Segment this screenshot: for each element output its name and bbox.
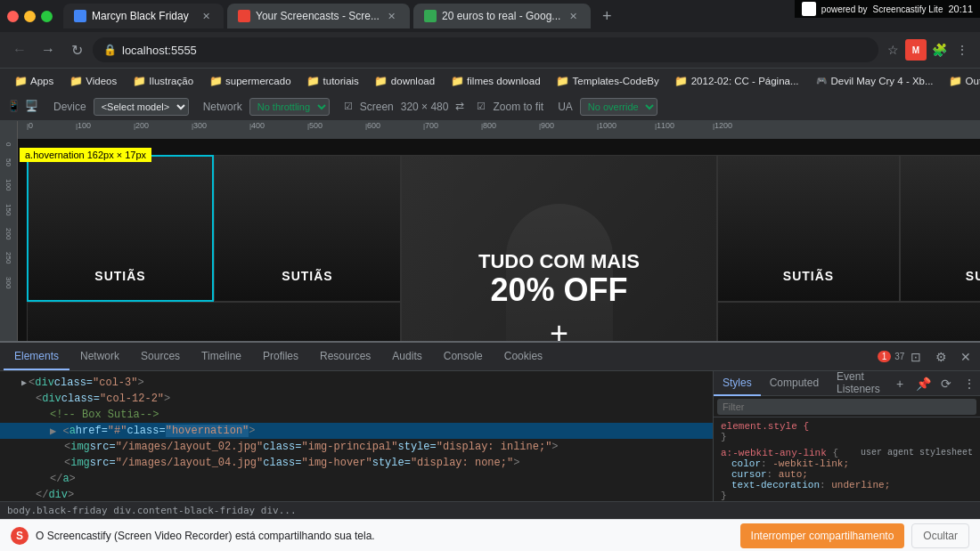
bookmark-devil[interactable]: 🎮 Devil May Cry 4 - Xb... — [808, 71, 941, 91]
browser-content: 0 100 200 300 400 500 600 700 800 900 10… — [0, 121, 980, 551]
grid-cell-lingerie-1[interactable]: LINGERIE TAMANHOS GRANDES — [27, 302, 401, 341]
refresh-style-button[interactable]: ⟳ — [935, 373, 957, 394]
rule1-source: user agent stylesheet — [861, 448, 973, 458]
ruler-v-250: 250 — [4, 252, 12, 263]
tab-console[interactable]: Console — [433, 344, 494, 370]
tab-close-screencasts[interactable]: ✕ — [385, 9, 399, 23]
grid-cell-sutias-4[interactable]: SUTIÃS — [900, 155, 980, 302]
grid-cell-sutias-3[interactable]: SUTIÃS — [717, 155, 900, 302]
url-display: localhost:5555 — [122, 44, 197, 57]
tab-network[interactable]: Network — [69, 344, 130, 370]
screen-group: ☑ Screen 320 × 480 ⇄ ☑ Zoom to fit — [344, 100, 543, 114]
ruler-vertical: 0 50 100 150 200 250 300 — [0, 139, 18, 341]
zoom-checkbox[interactable]: ☑ — [477, 101, 486, 112]
grid-cell-lingerie-2[interactable]: LINGERIE TAMANHOS GRANDES — [717, 302, 980, 341]
bookmark-apps[interactable]: 📁 Apps — [7, 71, 61, 91]
bookmark-supermercado[interactable]: 📁 supermercado — [202, 71, 298, 91]
close-devtools-button[interactable]: ✕ — [955, 346, 976, 368]
code-line-0[interactable]: ▶ <div class="col-3" > — [0, 375, 713, 391]
tab-resources[interactable]: Resources — [309, 344, 381, 370]
cell-label-1: SUTIÃS — [94, 269, 145, 283]
bookmark-tutoriais[interactable]: 📁 tutoriais — [300, 71, 366, 91]
device-select[interactable]: <Select model> — [94, 98, 189, 116]
code-line-6[interactable]: </a> — [0, 471, 713, 487]
tab-audits[interactable]: Audits — [381, 344, 432, 370]
code-line-1[interactable]: <div class="col-12-2" > — [0, 391, 713, 407]
network-select[interactable]: No throttling — [249, 98, 330, 116]
cell-bg-7: LINGERIE TAMANHOS GRANDES — [718, 303, 980, 341]
code-tree[interactable]: ▶ <div class="col-3" > <div class="col-1… — [0, 371, 713, 501]
code-line-2[interactable]: <!-- Box Sutia--> — [0, 407, 713, 423]
tab-sources[interactable]: Sources — [130, 344, 191, 370]
bookmarks-bar: 📁 Apps 📁 Videos 📁 Ilustração 📁 supermerc… — [0, 68, 980, 93]
tab-screencasts[interactable]: Your Screencasts - Scre... ✕ — [227, 4, 410, 28]
grid-cell-sutias-2[interactable]: SUTIÃS — [214, 155, 401, 302]
stop-sharing-button[interactable]: Interromper compartilhamento — [740, 523, 905, 548]
grid-cell-sutias-1[interactable]: SUTIÃS — [27, 155, 214, 302]
back-button[interactable]: ← — [7, 37, 32, 62]
cell-label-5: SUTIÃS — [966, 269, 980, 283]
tab-cookies[interactable]: Cookies — [494, 344, 553, 370]
address-bar[interactable]: 🔒 localhost:5555 — [93, 37, 878, 62]
ua-select[interactable]: No override — [580, 98, 657, 116]
tab-profiles[interactable]: Profiles — [252, 344, 309, 370]
extensions-icon[interactable]: 🧩 — [928, 39, 950, 61]
tab-elements[interactable]: Elements — [4, 344, 69, 370]
bookmark-ilustracao-label: Ilustração — [149, 76, 193, 86]
folder-icon: 📁 — [209, 75, 222, 87]
more-styles-button[interactable]: ⋮ — [959, 373, 980, 394]
code-line-3[interactable]: ▶ <a href="#" class="hovernation" > — [0, 423, 713, 439]
add-style-button[interactable]: + — [889, 373, 911, 394]
style-tab-styles[interactable]: Styles — [714, 371, 761, 396]
bookmark-download[interactable]: 📁 download — [368, 71, 442, 91]
bookmark-templates[interactable]: 📁 Templates-CodeBy — [550, 71, 666, 91]
tab-close-google[interactable]: ✕ — [566, 9, 580, 23]
code-line-5[interactable]: <img src="/images/layout_04.jpg" class="… — [0, 455, 713, 471]
screen-label: Screen — [360, 101, 394, 113]
tab-marcyn[interactable]: Marcyn Black Friday ✕ — [63, 4, 224, 28]
style-tab-events[interactable]: Event Listeners — [828, 371, 889, 396]
bookmark-star-icon[interactable]: ☆ — [882, 39, 903, 61]
tab-close-marcyn[interactable]: ✕ — [199, 9, 213, 23]
ruler-v-200: 200 — [4, 228, 12, 239]
bookmark-videos[interactable]: 📁 Videos — [62, 71, 124, 91]
tab-timeline[interactable]: Timeline — [191, 344, 252, 370]
ruler-v-0: 0 — [4, 142, 12, 146]
forward-button[interactable]: → — [36, 37, 61, 62]
styles-filter-bar — [714, 396, 980, 417]
close-window-button[interactable] — [7, 11, 19, 22]
minimize-window-button[interactable] — [24, 11, 36, 22]
lock-icon: 🔒 — [103, 44, 117, 56]
pin-style-button[interactable]: 📌 — [912, 373, 934, 394]
cell-bg-2: SUTIÃS — [215, 156, 400, 301]
screen-checkbox[interactable]: ☑ — [344, 101, 353, 112]
settings-button[interactable]: ⚙ — [930, 346, 951, 368]
promo-text: TUDO COM MAIS 20% OFF + — [478, 251, 640, 341]
promo-line2: 20% OFF — [478, 272, 640, 308]
error-count[interactable]: 1 37 — [880, 346, 902, 368]
grid-cell-promo[interactable]: TUDO COM MAIS 20% OFF + — [401, 155, 717, 341]
breadcrumb-display[interactable]: body.black-friday div.content-black-frid… — [7, 505, 297, 516]
code-line-4[interactable]: <img src="/images/layout_02.jpg" class="… — [0, 439, 713, 455]
folder-icon: 📁 — [14, 75, 27, 87]
bookmark-outros[interactable]: 📁 Outros favoritos... — [943, 71, 980, 91]
more-menu-icon[interactable]: ⋮ — [951, 39, 973, 61]
refresh-button[interactable]: ↻ — [64, 37, 89, 62]
bookmark-ilustracao[interactable]: 📁 Ilustração — [126, 71, 200, 91]
bookmark-2012[interactable]: 📁 2012-02: CC - Página... — [668, 71, 806, 91]
new-tab-button[interactable]: + — [594, 4, 619, 28]
styles-panel: Styles Computed Event Listeners + 📌 ⟳ — [713, 371, 980, 501]
styles-content-area: element.style { } user agent stylesheet … — [714, 417, 980, 501]
tab-google[interactable]: 20 euros to real - Goog... ✕ — [413, 4, 591, 28]
ruler-mark-1100: 1100 — [655, 121, 674, 130]
style-tab-computed[interactable]: Computed — [761, 371, 828, 396]
swap-icon[interactable]: ⇄ — [455, 100, 470, 114]
maximize-window-button[interactable] — [41, 11, 53, 22]
gmail-icon[interactable]: M — [905, 39, 927, 61]
ruler-corner — [0, 121, 18, 139]
bookmark-filmes[interactable]: 📁 filmes download — [444, 71, 547, 91]
code-line-7[interactable]: </div> — [0, 487, 713, 501]
hide-button[interactable]: Ocultar — [911, 523, 969, 548]
styles-filter-input[interactable] — [717, 399, 976, 415]
dock-button[interactable]: ⊡ — [905, 346, 927, 368]
